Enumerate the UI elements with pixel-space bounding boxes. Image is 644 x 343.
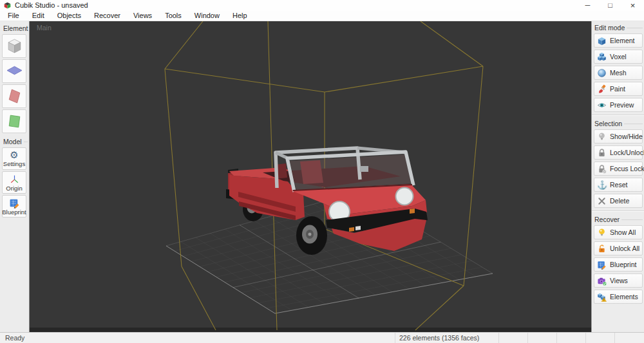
menu-item-recover[interactable]: Recover: [88, 11, 127, 21]
window-controls: ─ □ ×: [576, 0, 644, 11]
camera-check-icon: [597, 276, 607, 286]
app-cube-icon: [4, 2, 11, 9]
menu-item-window[interactable]: Window: [188, 11, 226, 21]
window-title: Cubik Studio - unsaved: [15, 0, 88, 11]
blueprint-button[interactable]: Blueprint: [594, 257, 643, 272]
bulb-yellow-icon: [597, 228, 607, 237]
button-label: Lock/Unlock: [610, 149, 644, 156]
button-label: Element: [610, 37, 635, 44]
axes-icon: [9, 174, 20, 185]
close-button[interactable]: ×: [621, 0, 644, 11]
blueprint-button[interactable]: Blueprint: [2, 195, 26, 218]
button-label: Preview: [610, 101, 634, 109]
status-empty-cell: [527, 333, 556, 343]
cubik-studio-window: Cubik Studio - unsaved ─ □ × FileEditObj…: [0, 0, 644, 343]
section-separator: [592, 210, 644, 212]
views-button[interactable]: Views: [594, 273, 643, 288]
settings-button[interactable]: ⚙Settings: [2, 147, 26, 170]
menu-item-edit[interactable]: Edit: [26, 11, 51, 21]
plane-green-button[interactable]: [2, 109, 26, 133]
plane-red-button[interactable]: [2, 84, 26, 108]
plane-green-icon: [6, 113, 23, 130]
cube-3d-button[interactable]: [2, 34, 26, 58]
anchor-icon: ⚓: [597, 180, 607, 190]
section-header-element: Element: [0, 21, 29, 34]
viewport-bottom-edge: [30, 328, 591, 332]
cube-blue-icon: [597, 36, 607, 46]
plane-flat-blue-button[interactable]: [2, 59, 26, 83]
gear-icon: ⚙: [10, 150, 18, 160]
section-header-recover: Recover: [592, 213, 644, 225]
focus-lock-button[interactable]: Focus Lock: [594, 162, 643, 176]
paint-button[interactable]: Paint: [594, 82, 643, 96]
menu-item-help[interactable]: Help: [226, 11, 254, 21]
button-label: Settings: [3, 160, 25, 167]
preview-button[interactable]: Preview: [594, 98, 643, 112]
blueprint-icon: [9, 198, 20, 209]
button-label: Blueprint: [610, 261, 636, 268]
section-header-selection: Selection: [592, 117, 644, 129]
button-label: Elements: [610, 293, 638, 301]
right-tool-panel: Edit modeElementVoxelMeshPaintPreviewSel…: [591, 21, 644, 332]
status-bar: Ready 226 elements (1356 faces): [0, 332, 644, 343]
menu-bar: FileEditObjectsRecoverViewsToolsWindowHe…: [0, 11, 644, 21]
element-button[interactable]: Element: [594, 33, 643, 48]
button-label: Paint: [610, 85, 625, 93]
cubes-warning-icon: [597, 292, 607, 302]
origin-button[interactable]: Origin: [2, 171, 26, 194]
button-label: Unlock All: [610, 245, 639, 252]
status-empty-cell: [614, 333, 644, 343]
cube-3d-icon: [6, 37, 23, 55]
viewport-canvas[interactable]: [30, 21, 591, 332]
status-ready-text: Ready: [5, 334, 24, 342]
section-separator: [592, 115, 644, 116]
reset-button[interactable]: ⚓Reset: [594, 178, 643, 192]
lock-check-icon: [597, 164, 607, 174]
unlock-all-button[interactable]: Unlock All: [594, 241, 643, 255]
blueprint-icon: [597, 260, 607, 270]
voxel-cluster-icon: [597, 52, 607, 62]
button-label: Show All: [610, 228, 636, 236]
button-label: Show/Hide: [610, 133, 643, 140]
voxel-button[interactable]: Voxel: [594, 50, 643, 64]
section-header-edit-mode: Edit mode: [592, 21, 644, 33]
plane-flat-blue-icon: [6, 62, 23, 80]
button-label: Origin: [6, 185, 22, 192]
button-label: Delete: [610, 197, 629, 205]
status-empty-cell: [585, 333, 614, 343]
minimize-button[interactable]: ─: [576, 0, 599, 11]
menu-item-tools[interactable]: Tools: [158, 11, 188, 21]
plane-red-icon: [6, 88, 23, 105]
button-label: Mesh: [610, 69, 627, 77]
show-hide-button[interactable]: Show/Hide: [594, 129, 643, 144]
elements-button[interactable]: Elements: [594, 290, 643, 304]
paintbrush-icon: [597, 84, 607, 94]
lock-gray-icon: [597, 148, 607, 158]
lock-unlock-button[interactable]: Lock/Unlock: [594, 145, 643, 160]
left-tool-panel: ElementModel⚙SettingsOriginBlueprint: [0, 21, 30, 332]
x-mark-icon: [597, 196, 607, 206]
button-label: Blueprint: [2, 209, 26, 216]
status-stats-cell: 226 elements (1356 faces): [395, 333, 498, 343]
eye-icon: [597, 100, 607, 110]
menu-item-views[interactable]: Views: [127, 11, 158, 21]
bulb-gray-icon: [597, 132, 607, 142]
mesh-button[interactable]: Mesh: [594, 66, 643, 80]
button-label: Focus Lock: [610, 165, 644, 172]
viewport-name-label: Main: [37, 24, 52, 32]
button-label: Voxel: [610, 53, 627, 60]
menu-item-file[interactable]: File: [1, 11, 26, 21]
status-empty-cell: [556, 333, 585, 343]
maximize-button[interactable]: □: [599, 0, 621, 11]
button-label: Views: [610, 277, 628, 284]
button-label: Reset: [610, 181, 627, 189]
sphere-icon: [597, 68, 607, 78]
section-header-model: Model: [0, 134, 29, 147]
viewport: Main: [30, 21, 591, 332]
lock-open-orange-icon: [597, 244, 607, 254]
menu-item-objects[interactable]: Objects: [51, 11, 88, 21]
status-empty-cell: [498, 333, 527, 343]
title-bar: Cubik Studio - unsaved ─ □ ×: [0, 0, 644, 11]
delete-button[interactable]: Delete: [594, 194, 643, 208]
show-all-button[interactable]: Show All: [594, 225, 643, 239]
